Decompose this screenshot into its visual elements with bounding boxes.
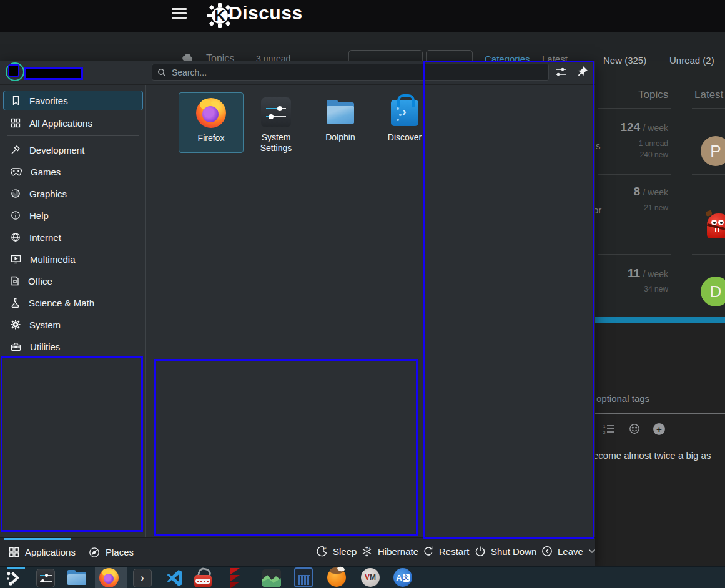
chevron-down-icon[interactable] <box>588 549 596 554</box>
app-label: System Settings <box>248 132 304 154</box>
tab-new[interactable]: New (325) <box>603 55 646 66</box>
app-tile-dolphin[interactable]: Dolphin <box>308 92 373 153</box>
divider <box>692 174 725 175</box>
taskbar-panel: › <box>0 566 725 588</box>
sidebar-item-science-math[interactable]: Science & Math <box>3 293 143 313</box>
svg-text:2: 2 <box>603 431 606 434</box>
sidebar-item-label: Games <box>31 167 61 177</box>
topics-rate-row2: 8 / week <box>596 185 668 198</box>
taskbar-firefox[interactable] <box>99 568 119 588</box>
app-tile-system-settings[interactable]: System Settings <box>244 92 308 153</box>
tab-unread[interactable]: Unread (2) <box>669 55 714 66</box>
grid-icon <box>11 118 21 128</box>
sidebar-item-label: Development <box>29 145 84 155</box>
taskbar-orange-sphere-app[interactable] <box>327 568 347 588</box>
dolphin-icon <box>325 97 355 127</box>
sidebar-item-office[interactable]: Office <box>3 271 143 291</box>
sidebar-item-label: Utilities <box>30 341 60 352</box>
annotation-box-avatar <box>8 64 19 77</box>
restart-button[interactable]: Restart <box>423 546 469 557</box>
svg-text:1: 1 <box>603 424 606 428</box>
app-tile-firefox[interactable]: Firefox <box>179 92 244 153</box>
column-header-latest: Latest <box>694 89 723 101</box>
divider <box>598 108 671 109</box>
taskbar-vscode[interactable] <box>165 569 185 588</box>
sleep-moon-icon: zz <box>316 546 328 557</box>
taskbar-translator-app[interactable]: A文 <box>393 568 413 588</box>
divider <box>595 413 725 414</box>
sidebar-item-label: Graphics <box>29 189 67 199</box>
divider <box>598 174 671 175</box>
sidebar-item-label: Favorites <box>29 96 68 106</box>
row3-new: 34 new <box>596 285 668 293</box>
taskbar-system-monitor[interactable] <box>262 567 282 587</box>
taskbar-calculator[interactable] <box>294 567 314 587</box>
taskbar-kickoff-launcher[interactable] <box>5 568 25 588</box>
sleep-button[interactable]: zz Sleep <box>316 546 357 557</box>
leave-icon <box>541 546 553 557</box>
leave-button[interactable]: Leave <box>541 546 596 557</box>
hibernate-button[interactable]: z Hibernate <box>361 546 418 557</box>
sidebar-item-multimedia[interactable]: Multimedia <box>3 249 143 269</box>
document-icon <box>11 276 19 286</box>
sidebar-item-games[interactable]: Games <box>3 162 143 182</box>
app-label: Firefox <box>198 133 225 144</box>
latest-avatar-d[interactable]: D <box>701 277 725 306</box>
action-label: Leave <box>558 546 583 557</box>
app-label: Dolphin <box>325 132 355 143</box>
hamburger-menu-icon[interactable] <box>172 6 187 21</box>
taskbar-vm-app[interactable]: VM <box>361 568 381 588</box>
taskbar-konsole[interactable]: › <box>133 569 153 588</box>
sidebar-item-label: Office <box>28 276 52 287</box>
taskbar-red-clips-app[interactable] <box>229 568 249 588</box>
numbered-list-icon[interactable]: 1 2 <box>603 423 614 434</box>
gear-icon <box>11 320 21 330</box>
globe-icon <box>11 232 21 242</box>
row1-new: 240 new <box>596 150 668 159</box>
tab-label: Places <box>106 547 134 557</box>
sidebar-item-all-applications[interactable]: All Applications <box>3 113 143 133</box>
applications-grid-icon <box>9 547 19 557</box>
column-header-topics: Topics <box>638 89 668 101</box>
rate-number: 124 <box>620 120 640 134</box>
taskbar-system-settings[interactable] <box>36 569 56 588</box>
shutdown-button[interactable]: Shut Down <box>475 546 536 557</box>
bookmark-icon <box>11 96 21 105</box>
sidebar-item-label: Multimedia <box>30 254 76 265</box>
sidebar-item-label: Internet <box>29 232 61 243</box>
tab-places[interactable]: Places <box>80 539 142 566</box>
sidebar-item-utilities[interactable]: Utilities <box>3 336 143 356</box>
tab-applications[interactable]: Applications <box>0 539 84 566</box>
composer-preview-text: ecome almost twice a big as <box>593 450 711 461</box>
sidebar-item-development[interactable]: Development <box>3 140 143 160</box>
composer-grip-bar[interactable] <box>595 317 725 323</box>
latest-avatar-konqi[interactable] <box>706 210 725 238</box>
row1-unread: 1 unread <box>596 139 668 148</box>
forum-site-header: K Discuss <box>0 0 725 32</box>
hibernate-snowflake-icon: z <box>361 546 373 557</box>
sidebar-item-label: All Applications <box>29 118 92 129</box>
rate-per-week: / week <box>643 123 668 133</box>
rate-number: 8 <box>634 185 641 198</box>
composer-panel: optional tags 1 2 + ecome almost twice a… <box>595 317 725 566</box>
sidebar-item-favorites[interactable]: Favorites <box>3 91 143 110</box>
emoji-icon[interactable] <box>629 423 640 434</box>
divider <box>598 313 671 313</box>
site-title[interactable]: Discuss <box>229 2 303 24</box>
insert-plus-icon[interactable]: + <box>653 423 665 435</box>
rate-number: 11 <box>628 267 640 280</box>
sidebar-item-system[interactable]: System <box>3 315 143 335</box>
annotation-box-left <box>1 356 143 532</box>
annotation-box-right <box>423 61 594 539</box>
system-settings-icon <box>261 97 291 127</box>
sidebar-item-graphics[interactable]: Graphics <box>3 184 143 203</box>
toolbox-icon <box>11 342 21 351</box>
taskbar-password-manager[interactable] <box>194 568 214 588</box>
tags-input[interactable]: optional tags <box>596 393 649 404</box>
latest-avatar-p[interactable]: P <box>701 136 725 166</box>
sidebar-item-internet[interactable]: Internet <box>3 227 143 247</box>
divider <box>692 108 725 109</box>
divider <box>595 383 725 383</box>
taskbar-dolphin[interactable] <box>67 569 87 588</box>
sidebar-item-help[interactable]: Help <box>3 205 143 225</box>
